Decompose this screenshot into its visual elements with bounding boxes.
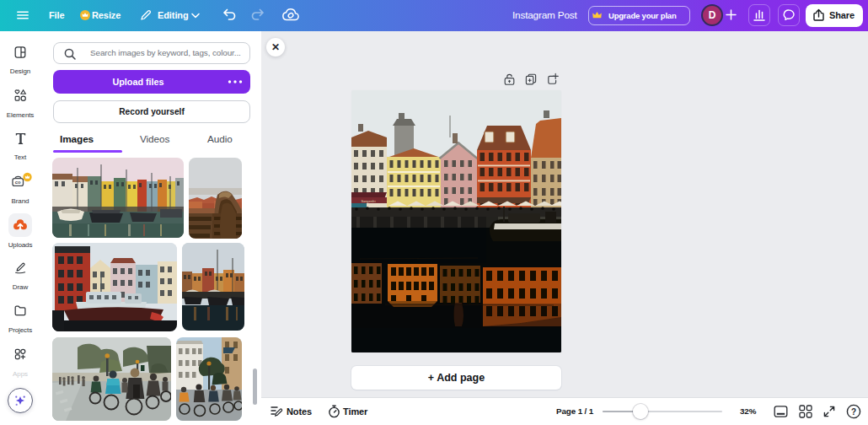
svg-text:?: ? xyxy=(851,407,856,417)
svg-text:co: co xyxy=(15,180,21,185)
svg-text:Sørgenfri: Sørgenfri xyxy=(361,199,375,203)
